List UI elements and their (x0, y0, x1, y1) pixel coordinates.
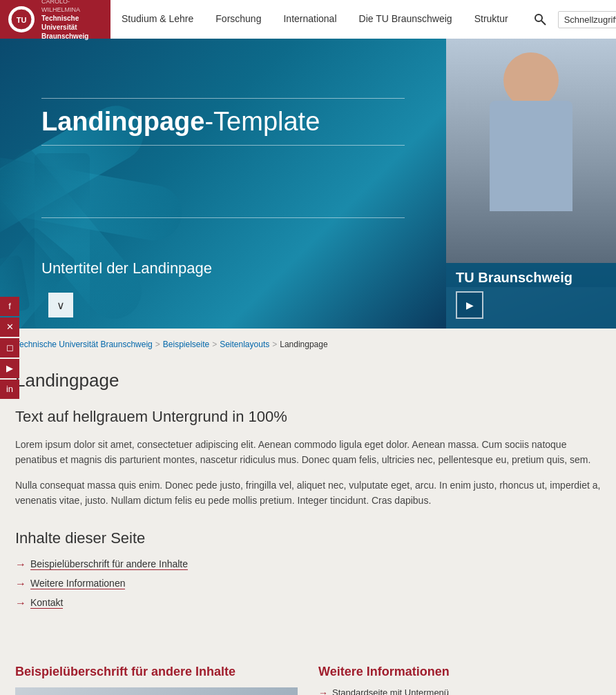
video-title: TU Braunschweig (456, 270, 606, 286)
breadcrumb-sep-3: > (272, 340, 277, 349)
nav-studium[interactable]: Studium & Lehre (110, 0, 204, 39)
hero-left: Landingpage-Template Untertitel der Land… (0, 39, 446, 329)
card-1-image (15, 687, 298, 695)
search-button[interactable] (528, 7, 552, 32)
card-1-title: Beispielüberschrift für andere Inhalte (15, 665, 298, 679)
arrow-icon: → (318, 687, 328, 695)
list-item: → Kontakt (15, 597, 601, 609)
nav-die-tu[interactable]: Die TU Braunschweig (348, 0, 463, 39)
svg-point-2 (535, 14, 542, 21)
inhalte-link-list: → Beispielüberschrift für andere Inhalte… (15, 558, 601, 609)
list-item: → Weitere Informationen (15, 578, 601, 590)
breadcrumb-home[interactable]: Technische Universität Braunschweig (15, 340, 153, 349)
header: TU CAROLO-WILHELMINA Technische Universi… (0, 0, 616, 39)
nav-right: Schnellzugriff ▾ DE (519, 0, 616, 39)
body-paragraph-1: Lorem ipsum dolor sit amet, consectetuer… (15, 437, 601, 468)
body-paragraph-2: Nulla consequat massa quis enim. Donec p… (15, 478, 601, 509)
nav-international[interactable]: International (272, 0, 347, 39)
instagram-icon[interactable]: ◻ (0, 338, 19, 358)
breadcrumb-seitenlayouts[interactable]: Seitenlayouts (220, 340, 269, 349)
breadcrumb-bar: Technische Universität Braunschweig > Be… (0, 329, 616, 356)
logo-area[interactable]: TU CAROLO-WILHELMINA Technische Universi… (0, 0, 110, 39)
arrow-icon: → (15, 578, 26, 590)
scroll-down-button[interactable]: ∨ (48, 293, 73, 317)
hero-subtitle: Untertitel der Landinpage (41, 260, 405, 277)
university-name: CAROLO-WILHELMINA Technische Universität… (41, 0, 102, 41)
turbine-background (0, 39, 446, 329)
card-2-links: → Standardseite mit Untermenü (318, 687, 601, 695)
list-item: → Beispielüberschrift für andere Inhalte (15, 558, 601, 571)
breadcrumb-sep-1: > (155, 340, 160, 349)
breadcrumb: Technische Universität Braunschweig > Be… (4, 340, 612, 349)
schnellzugriff-button[interactable]: Schnellzugriff ▾ (558, 11, 616, 28)
youtube-icon[interactable]: ▶ (0, 359, 19, 378)
list-item: → Standardseite mit Untermenü (318, 687, 601, 695)
card-2: Weitere Informationen → Standardseite mi… (318, 665, 601, 695)
breadcrumb-sep-2: > (212, 340, 217, 349)
link-weitere[interactable]: Weitere Informationen (30, 578, 125, 589)
facebook-icon[interactable]: f (0, 297, 19, 316)
cards-section: Beispielüberschrift für andere Inhalte L… (0, 637, 616, 695)
main-nav: Studium & Lehre Forschung International … (110, 0, 519, 39)
search-icon (533, 12, 547, 26)
play-button[interactable]: ▶ (456, 291, 483, 319)
section-title: Text auf hellgrauem Untergrund in 100% (15, 408, 601, 426)
hero-section: Landingpage-Template Untertitel der Land… (0, 39, 616, 329)
cards-grid: Beispielüberschrift für andere Inhalte L… (15, 665, 601, 695)
svg-line-3 (541, 21, 546, 25)
breadcrumb-beispielseite[interactable]: Beispielseite (163, 340, 209, 349)
breadcrumb-current: Landingpage (280, 340, 327, 349)
card-2-title: Weitere Informationen (318, 665, 601, 679)
link-kontakt[interactable]: Kontakt (30, 597, 63, 609)
person-body (490, 101, 572, 211)
university-crest: TU (8, 6, 35, 32)
main-content: Landingpage Text auf hellgrauem Untergru… (0, 370, 616, 695)
nav-struktur[interactable]: Struktur (463, 0, 519, 39)
social-sidebar: f ✕ ◻ ▶ in (0, 297, 19, 399)
card-1: Beispielüberschrift für andere Inhalte L… (15, 665, 298, 695)
hero-title: Landingpage-Template (41, 107, 405, 137)
arrow-icon: → (15, 558, 26, 571)
nav-forschung[interactable]: Forschung (204, 0, 272, 39)
link-beispiel[interactable]: Beispielüberschrift für andere Inhalte (30, 558, 188, 570)
inhalte-title: Inhalte dieser Seite (15, 529, 601, 547)
page-title: Landingpage (15, 370, 601, 391)
chevron-down-icon: ∨ (57, 299, 65, 312)
svg-text:TU: TU (17, 16, 27, 24)
card-2-link-1[interactable]: Standardseite mit Untermenü (332, 687, 449, 695)
twitter-icon[interactable]: ✕ (0, 317, 19, 337)
play-icon: ▶ (466, 300, 474, 311)
person-face (503, 52, 559, 108)
linkedin-icon[interactable]: in (0, 380, 19, 399)
video-overlay: TU Braunschweig ▶ (446, 263, 616, 329)
hero-right: TU Braunschweig ▶ (446, 39, 616, 329)
arrow-icon: → (15, 597, 26, 609)
